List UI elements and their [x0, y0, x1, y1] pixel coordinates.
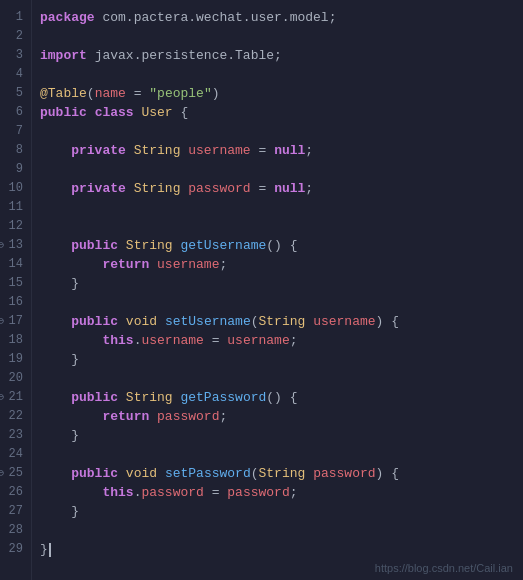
line-num-1: 1	[0, 8, 31, 27]
line-num-22: 22	[0, 407, 31, 426]
code-line-21: public String getPassword() {	[32, 388, 523, 407]
line-num-20: 20	[0, 369, 31, 388]
line-num-28: 28	[0, 521, 31, 540]
line-num-10: 10	[0, 179, 31, 198]
line-num-29: 29	[0, 540, 31, 559]
code-line-23: }	[32, 426, 523, 445]
line-num-3: 3	[0, 46, 31, 65]
line-num-5: 5	[0, 84, 31, 103]
code-line-10: private String password = null;	[32, 179, 523, 198]
code-line-28	[32, 521, 523, 540]
code-line-29: }	[32, 540, 523, 559]
line-num-7: 7	[0, 122, 31, 141]
code-line-16	[32, 293, 523, 312]
line-num-17: 17	[0, 312, 31, 331]
line-num-2: 2	[0, 27, 31, 46]
code-line-14: return username;	[32, 255, 523, 274]
code-line-18: this.username = username;	[32, 331, 523, 350]
code-line-24	[32, 445, 523, 464]
code-line-2	[32, 27, 523, 46]
line-num-21: 21	[0, 388, 31, 407]
line-num-24: 24	[0, 445, 31, 464]
line-numbers: 1 2 3 4 5 6 7 8 9 10 11 12 13 14 15 16 1…	[0, 0, 32, 580]
code-line-12	[32, 217, 523, 236]
code-line-17: public void setUsername(String username)…	[32, 312, 523, 331]
line-num-19: 19	[0, 350, 31, 369]
line-num-11: 11	[0, 198, 31, 217]
line-num-26: 26	[0, 483, 31, 502]
code-line-11	[32, 198, 523, 217]
code-line-20	[32, 369, 523, 388]
code-line-3: import javax.persistence.Table;	[32, 46, 523, 65]
code-line-27: }	[32, 502, 523, 521]
code-line-6: public class User {	[32, 103, 523, 122]
code-area: 1 2 3 4 5 6 7 8 9 10 11 12 13 14 15 16 1…	[0, 0, 523, 580]
code-line-25: public void setPassword(String password)…	[32, 464, 523, 483]
line-num-13: 13	[0, 236, 31, 255]
line-num-23: 23	[0, 426, 31, 445]
code-line-7	[32, 122, 523, 141]
code-line-22: return password;	[32, 407, 523, 426]
line-num-18: 18	[0, 331, 31, 350]
code-line-4	[32, 65, 523, 84]
code-line-8: private String username = null;	[32, 141, 523, 160]
code-line-13: public String getUsername() {	[32, 236, 523, 255]
line-num-27: 27	[0, 502, 31, 521]
line-num-16: 16	[0, 293, 31, 312]
code-line-19: }	[32, 350, 523, 369]
line-num-4: 4	[0, 65, 31, 84]
code-line-9	[32, 160, 523, 179]
line-num-15: 15	[0, 274, 31, 293]
code-editor: 1 2 3 4 5 6 7 8 9 10 11 12 13 14 15 16 1…	[0, 0, 523, 580]
code-line-1: package com.pactera.wechat.user.model;	[32, 8, 523, 27]
line-num-12: 12	[0, 217, 31, 236]
code-line-5: @Table(name = "people")	[32, 84, 523, 103]
watermark: https://blog.csdn.net/Cail.ian	[375, 562, 513, 574]
code-lines: package com.pactera.wechat.user.model; i…	[32, 0, 523, 580]
code-line-26: this.password = password;	[32, 483, 523, 502]
code-line-15: }	[32, 274, 523, 293]
line-num-25: 25	[0, 464, 31, 483]
line-num-14: 14	[0, 255, 31, 274]
line-num-6: 6	[0, 103, 31, 122]
line-num-8: 8	[0, 141, 31, 160]
line-num-9: 9	[0, 160, 31, 179]
